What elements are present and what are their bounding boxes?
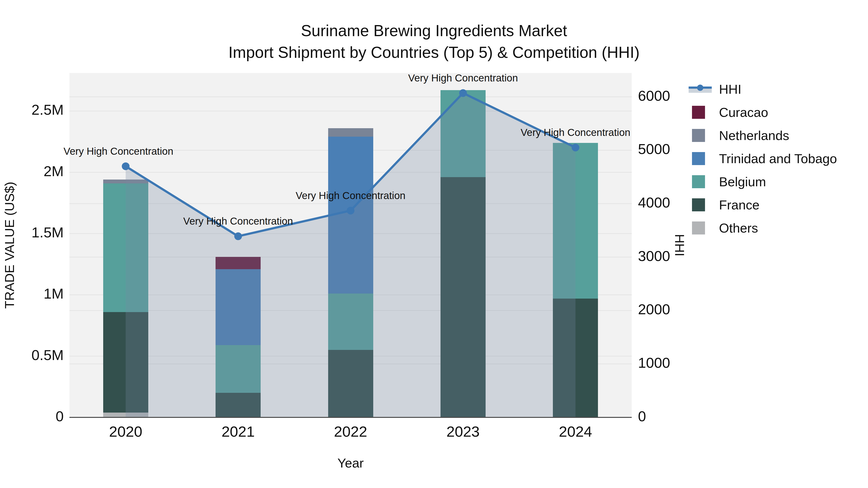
legend-label: Belgium xyxy=(719,174,766,189)
legend-label: Curacao xyxy=(719,105,768,120)
chart-title-line2: Import Shipment by Countries (Top 5) & C… xyxy=(228,43,640,61)
annotation-2024: Very High Concentration xyxy=(521,127,630,138)
color-swatch xyxy=(689,129,716,142)
x-tick-2020: 2020 xyxy=(109,423,142,440)
legend-item-hhi[interactable]: HHI xyxy=(689,77,837,101)
legend-label: Others xyxy=(719,221,758,235)
curacao-swatch-icon xyxy=(692,106,705,119)
hhi-line-swatch xyxy=(689,85,716,93)
color-swatch xyxy=(689,175,716,188)
legend-item-netherlands[interactable]: Netherlands xyxy=(689,124,837,147)
hhi-marker-2021[interactable] xyxy=(235,232,242,240)
y-right-tick-6000: 6000 xyxy=(638,88,670,104)
color-swatch xyxy=(689,152,716,165)
legend: HHICuracaoNetherlandsTrinidad and Tobago… xyxy=(689,77,837,239)
annotation-2021: Very High Concentration xyxy=(183,216,293,227)
x-tick-2023: 2023 xyxy=(446,423,479,440)
y-right-tick-5000: 5000 xyxy=(638,141,670,157)
legend-item-france[interactable]: France xyxy=(689,193,837,217)
hhi-marker-2023[interactable] xyxy=(459,89,467,97)
hhi-marker-2024[interactable] xyxy=(572,143,579,151)
y-right-tick-4000: 4000 xyxy=(638,194,670,210)
x-tick-2021: 2021 xyxy=(222,423,255,440)
hhi-area-band-icon xyxy=(689,85,712,93)
legend-label: Netherlands xyxy=(719,128,789,143)
legend-label: HHI xyxy=(719,82,741,97)
hhi-marker-2020[interactable] xyxy=(122,162,129,170)
annotation-2023: Very High Concentration xyxy=(408,72,518,84)
legend-item-trinidad-and-tobago[interactable]: Trinidad and Tobago xyxy=(689,147,837,170)
x-tick-2022: 2022 xyxy=(334,423,367,440)
y-right-tick-1000: 1000 xyxy=(638,355,670,371)
trinidad-and-tobago-swatch-icon xyxy=(692,152,705,165)
bar-segment-netherlands-2022[interactable] xyxy=(328,128,373,137)
legend-label: France xyxy=(719,197,760,212)
annotation-2022: Very High Concentration xyxy=(296,190,405,201)
y-left-tick-1.5M: 1.5M xyxy=(32,224,64,240)
color-swatch xyxy=(689,106,716,119)
hhi-marker-2022[interactable] xyxy=(347,207,354,215)
color-swatch xyxy=(689,222,716,234)
chart-canvas: Very High ConcentrationVery High Concent… xyxy=(0,0,868,488)
chart-title-line1: Suriname Brewing Ingredients Market xyxy=(301,22,567,39)
legend-item-others[interactable]: Others xyxy=(689,217,837,239)
x-axis-title: Year xyxy=(337,456,364,470)
color-swatch xyxy=(689,198,716,212)
france-swatch-icon xyxy=(692,198,705,212)
y-left-tick-2M: 2M xyxy=(44,163,64,179)
belgium-swatch-icon xyxy=(692,175,705,188)
y-left-tick-0.5M: 0.5M xyxy=(32,347,64,363)
y-left-axis-title: TRADE VALUE (US$) xyxy=(2,182,17,309)
annotation-2020: Very High Concentration xyxy=(64,145,173,157)
legend-item-curacao[interactable]: Curacao xyxy=(689,101,837,124)
x-tick-2024: 2024 xyxy=(559,423,592,440)
y-right-tick-3000: 3000 xyxy=(638,248,670,264)
y-left-tick-1M: 1M xyxy=(44,286,64,302)
y-right-tick-2000: 2000 xyxy=(638,301,670,317)
legend-item-belgium[interactable]: Belgium xyxy=(689,170,837,193)
y-right-tick-0: 0 xyxy=(638,408,646,424)
others-swatch-icon xyxy=(692,222,705,234)
legend-label: Trinidad and Tobago xyxy=(719,151,837,166)
y-left-tick-0: 0 xyxy=(56,408,64,424)
y-right-axis-title: HHI xyxy=(673,234,687,256)
y-left-tick-2.5M: 2.5M xyxy=(32,102,64,118)
netherlands-swatch-icon xyxy=(692,129,705,142)
